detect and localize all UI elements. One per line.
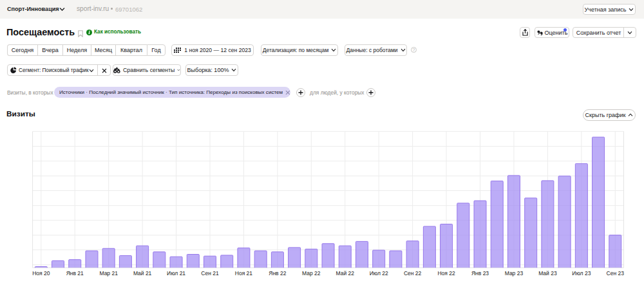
svg-text:Июл 21: Июл 21	[167, 270, 185, 276]
svg-text:Ноя 21: Ноя 21	[235, 270, 253, 276]
svg-text:Сен 22: Сен 22	[404, 270, 422, 276]
svg-text:Ноя 20: Ноя 20	[32, 270, 50, 276]
svg-text:Мар 21: Мар 21	[99, 270, 118, 276]
svg-text:Июл 22: Июл 22	[370, 270, 388, 276]
svg-text:Янв 21: Янв 21	[66, 270, 84, 276]
svg-text:Май 23: Май 23	[538, 270, 557, 276]
svg-text:Мар 23: Мар 23	[505, 270, 524, 276]
svg-text:Ноя 22: Ноя 22	[437, 270, 455, 276]
svg-text:Мар 22: Мар 22	[302, 270, 321, 276]
svg-text:Май 22: Май 22	[336, 270, 355, 276]
svg-text:Янв 23: Янв 23	[471, 270, 489, 276]
svg-text:Сен 21: Сен 21	[201, 270, 219, 276]
svg-text:Май 21: Май 21	[133, 270, 152, 276]
svg-text:Сен 23: Сен 23	[607, 270, 625, 276]
svg-text:Янв 22: Янв 22	[269, 270, 286, 276]
svg-text:Июл 23: Июл 23	[572, 270, 591, 276]
